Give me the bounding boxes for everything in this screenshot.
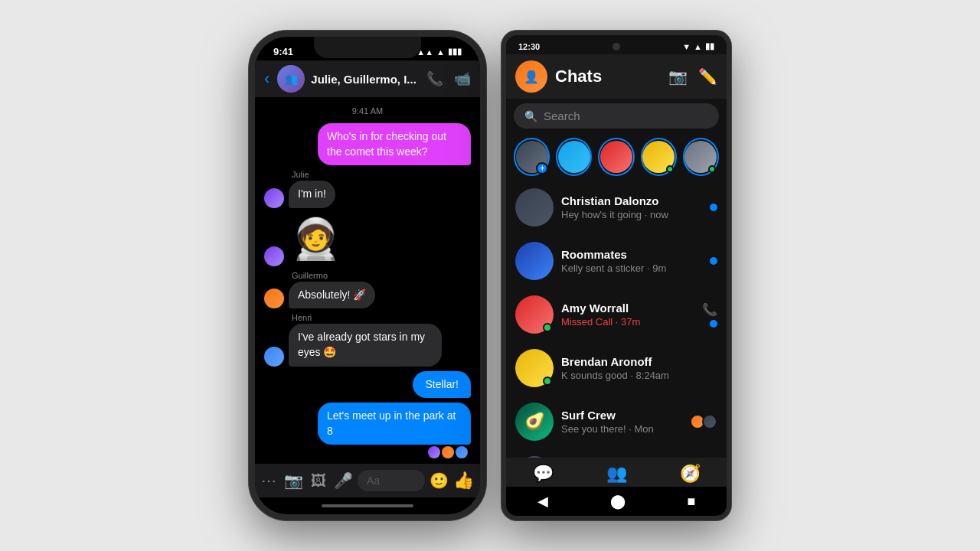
surf-crew-avatar-img: 🥑 <box>515 403 554 441</box>
android-status-icons: ▼ ▲ ▮▮ <box>682 41 714 51</box>
roommates-preview: Kelly sent a sticker · 9m <box>561 262 702 274</box>
camera-icon[interactable]: 📷 <box>284 471 303 490</box>
message-with-avatar-guillermo: Absolutely! 🚀 <box>264 282 375 309</box>
message-input[interactable]: Aa <box>358 470 425 491</box>
android-recents-button[interactable]: ■ <box>688 494 696 510</box>
read-av-2 <box>442 446 454 458</box>
christian-meta <box>710 204 717 211</box>
christian-info: Christian Dalonzo Hey how's it going · n… <box>561 194 702 220</box>
chat-nav-icon: 💬 <box>533 464 554 484</box>
story-2[interactable] <box>556 138 592 176</box>
outgoing-message-meet: Let's meet up in the park at 8 <box>264 403 471 458</box>
search-icon: 🔍 <box>524 110 537 122</box>
story-online-indicator-4 <box>666 165 674 173</box>
henri-avatar <box>264 347 284 367</box>
mic-icon[interactable]: 🎤 <box>334 471 353 490</box>
chat-item-roommates[interactable]: Roommates Kelly sent a sticker · 9m <box>506 234 727 288</box>
chat-item-christian[interactable]: Christian Dalonzo Hey how's it going · n… <box>506 181 727 234</box>
stories-row: + <box>506 133 727 181</box>
missed-call-icon: 📞 <box>702 302 717 317</box>
android-system-nav: ◀ ⬤ ■ <box>506 487 727 516</box>
compose-icon[interactable]: ✏️ <box>698 67 717 86</box>
amy-avatar <box>515 295 554 334</box>
story-avatar-4 <box>642 141 675 173</box>
story-3[interactable] <box>598 138 634 176</box>
android-screen: 12:30 ▼ ▲ ▮▮ 👤 Chats 📷 ✏️ 🔍 Search <box>506 35 727 516</box>
brendan-info: Brendan Aronoff K sounds good · 8:24am <box>561 355 710 381</box>
surf-reaction-2 <box>702 414 717 429</box>
chat-item-brendan[interactable]: Brendan Aronoff K sounds good · 8:24am <box>506 341 727 395</box>
story-online-indicator-5 <box>708 165 716 173</box>
header-action-icons: 📞 📹 <box>426 70 471 87</box>
nav-chats[interactable]: 💬 <box>506 464 580 484</box>
amy-info: Amy Worrall Missed Call · 37m <box>561 302 694 328</box>
roommates-name: Roommates <box>561 248 702 261</box>
amy-name: Amy Worrall <box>561 302 694 315</box>
like-button[interactable]: 👍 <box>453 471 474 491</box>
read-receipt-avatars <box>428 446 468 458</box>
sticker: 🧑‍🚀 <box>289 213 342 266</box>
battery-icon: ▮▮▮ <box>448 47 462 57</box>
incoming-message-julie: Julie I'm in! <box>264 170 471 208</box>
nav-groups[interactable]: 👥 <box>580 464 653 484</box>
groups-nav-icon: 👥 <box>606 464 627 484</box>
android-bottom-nav: 💬 👥 🧭 <box>506 458 727 487</box>
camera-header-icon[interactable]: 📷 <box>668 67 688 86</box>
video-call-icon[interactable]: 📹 <box>454 70 471 87</box>
surf-crew-meta <box>690 414 717 429</box>
search-bar[interactable]: 🔍 Search <box>514 103 719 129</box>
input-placeholder: Aa <box>367 474 380 487</box>
guillermo-avatar <box>264 289 284 308</box>
message-read-receipts <box>428 446 471 458</box>
android-device: 12:30 ▼ ▲ ▮▮ 👤 Chats 📷 ✏️ 🔍 Search <box>501 31 731 520</box>
search-placeholder: Search <box>544 109 580 122</box>
outgoing-message-stellar: Stellar! <box>264 371 471 399</box>
brendan-name: Brendan Aronoff <box>561 355 710 368</box>
bubble-meet: Let's meet up in the park at 8 <box>318 403 471 445</box>
emoji-button[interactable]: 🙂 <box>430 471 449 490</box>
incoming-message-henri: Henri I've already got stars in my eyes … <box>264 313 471 366</box>
chat-item-amy[interactable]: Amy Worrall Missed Call · 37m 📞 <box>506 288 727 341</box>
android-home-button[interactable]: ⬤ <box>610 493 626 510</box>
roommates-unread-dot <box>710 257 717 265</box>
android-back-button[interactable]: ◀ <box>537 493 548 510</box>
phone-call-icon[interactable]: 📞 <box>426 70 443 87</box>
sender-name-julie: Julie <box>292 170 309 179</box>
nav-discover[interactable]: 🧭 <box>653 464 727 484</box>
chat-item-jeremy[interactable]: Jeremy & Kerry <box>506 448 727 458</box>
profile-avatar[interactable]: 👤 <box>515 60 547 93</box>
surf-crew-preview: See you there! · Mon <box>561 423 682 435</box>
iphone-time: 9:41 <box>273 46 293 57</box>
sticker-avatar <box>264 246 284 266</box>
sticker-with-avatar: 🧑‍🚀 <box>264 213 342 266</box>
brendan-preview: K sounds good · 8:24am <box>561 370 710 381</box>
roommates-info: Roommates Kelly sent a sticker · 9m <box>561 248 702 274</box>
group-avatar-icon: 👥 <box>285 73 298 85</box>
chat-item-surf-crew[interactable]: 🥑 Surf Crew See you there! · Mon <box>506 395 727 448</box>
android-time: 12:30 <box>518 42 540 51</box>
brendan-avatar <box>515 349 554 387</box>
christian-preview: Hey how's it going · now <box>561 209 702 220</box>
story-1[interactable]: + <box>514 138 550 176</box>
bubble-guillermo: Absolutely! 🚀 <box>289 282 375 309</box>
add-story-icon[interactable]: + <box>536 162 548 174</box>
wifi-icon: ▲ <box>436 47 445 57</box>
message-with-avatar-henri: I've already got stars in my eyes 🤩 <box>264 324 442 366</box>
story-5[interactable] <box>683 138 719 176</box>
sender-name-guillermo: Guillermo <box>292 271 328 280</box>
iphone-device: 9:41 ▲▲▲ ▲ ▮▮▮ ‹ 👥 Julie, Guillermo, I..… <box>249 31 486 520</box>
read-av-3 <box>456 446 468 458</box>
story-avatar-2 <box>558 141 590 173</box>
android-battery-icon: ▮▮ <box>705 41 714 51</box>
surf-crew-name: Surf Crew <box>561 409 682 422</box>
apps-icon[interactable]: ⋯ <box>261 471 276 490</box>
back-button[interactable]: ‹ <box>264 69 270 89</box>
story-4[interactable] <box>641 138 677 176</box>
bubble-stellar: Stellar! <box>413 371 471 399</box>
christian-avatar-img <box>515 188 554 227</box>
profile-avatar-icon: 👤 <box>524 70 539 84</box>
phones-container: 9:41 ▲▲▲ ▲ ▮▮▮ ‹ 👥 Julie, Guillermo, I..… <box>249 31 731 520</box>
android-signal-icon: ▼ <box>682 42 691 51</box>
christian-unread-dot <box>710 204 717 211</box>
photo-icon[interactable]: 🖼 <box>311 472 326 490</box>
